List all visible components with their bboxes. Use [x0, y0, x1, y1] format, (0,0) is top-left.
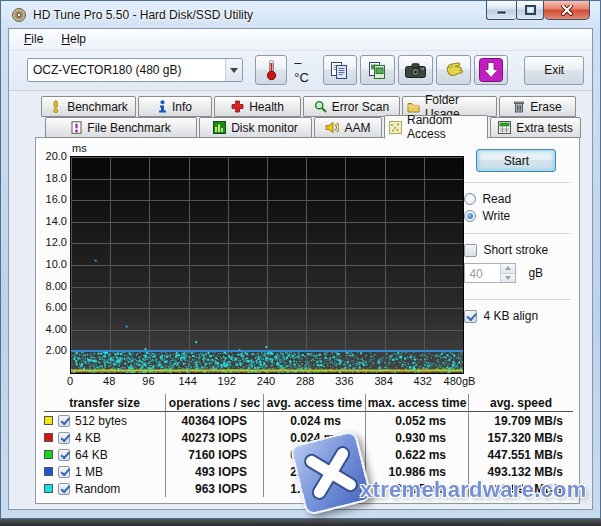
tab-file-benchmark[interactable]: File Benchmark	[45, 117, 197, 138]
max-access-value: 10.986 ms	[366, 463, 469, 480]
align-label: 4 KB align	[483, 309, 538, 323]
series-color-swatch	[44, 433, 53, 442]
minimize-button[interactable]	[486, 1, 516, 20]
series-color-swatch	[44, 416, 53, 425]
menu-bar: File Help	[9, 29, 592, 51]
ops-value: 7160 IOPS	[166, 446, 264, 463]
spinner-up[interactable]	[501, 264, 515, 274]
copy-icon	[330, 61, 349, 80]
row-checkbox[interactable]	[58, 449, 70, 461]
read-option[interactable]: Read	[464, 192, 571, 206]
chart-block: ms 20.0 18.0 16.0 14.0 12.0 10.0 8.00 6.…	[44, 144, 460, 390]
tab-label: Disk monitor	[231, 121, 298, 135]
read-radio[interactable]	[464, 193, 476, 205]
exit-button[interactable]: Exit	[524, 56, 584, 85]
drive-select[interactable]: OCZ-VECTOR180 (480 gB)	[27, 58, 243, 82]
copy-text-button[interactable]	[323, 55, 358, 85]
folder-icon	[407, 101, 420, 113]
window-frame: HD Tune Pro 5.50 - Hard Disk/SSD Utility…	[0, 0, 601, 519]
max-access-value: 0.622 ms	[366, 446, 469, 463]
tab-disk-monitor[interactable]: Disk monitor	[199, 117, 312, 138]
random-access-icon	[389, 121, 402, 134]
avg-access-value: 1.037 ms	[264, 480, 366, 497]
menu-file[interactable]: File	[15, 29, 52, 49]
table-row-random: Random 963 IOPS 1.037 ms 3.495 ms 489.99…	[44, 480, 571, 497]
y-tick-label: 8.00	[46, 280, 67, 292]
tab-info[interactable]: Info	[138, 96, 212, 117]
tab-label: Random Access	[407, 113, 483, 141]
header-transfer-size: transfer size	[44, 394, 166, 412]
close-button[interactable]	[544, 1, 590, 20]
tab-random-access[interactable]: Random Access	[384, 115, 488, 139]
info-icon	[158, 100, 167, 113]
row-label: 64 KB	[75, 448, 108, 462]
menu-help[interactable]: Help	[52, 29, 95, 49]
tab-erase[interactable]: Erase	[499, 96, 576, 117]
spinner-down[interactable]	[501, 274, 515, 283]
x-tick-label: 144	[178, 375, 196, 387]
menu-help-rest: elp	[70, 32, 86, 46]
tab-benchmark[interactable]: Benchmark	[41, 96, 136, 117]
max-access-value: 0.930 ms	[366, 429, 469, 446]
row-checkbox[interactable]	[58, 415, 70, 427]
update-button[interactable]	[474, 55, 509, 85]
row-checkbox[interactable]	[58, 483, 70, 495]
y-tick-label: 12.0	[46, 236, 67, 248]
short-stroke-checkbox[interactable]	[464, 244, 477, 257]
copy-image-button[interactable]	[360, 55, 395, 85]
table-row-4-kb: 4 KB 40273 IOPS 0.024 ms 0.930 ms 157.32…	[44, 429, 571, 446]
table-header-row: transfer size operations / sec avg. acce…	[44, 394, 571, 412]
max-access-value: 3.495 ms	[366, 480, 469, 497]
tab-row-1: Benchmark Info Health Error Scan	[41, 96, 592, 117]
tab-aam[interactable]: AAM	[314, 117, 382, 138]
row-checkbox[interactable]	[58, 466, 70, 478]
y-tick-label: 16.0	[46, 193, 67, 205]
header-avg-access: avg. access time	[264, 394, 366, 412]
x-tick-label: 432	[414, 375, 432, 387]
separator	[462, 182, 571, 183]
short-stroke-option[interactable]: Short stroke	[464, 243, 571, 257]
screenshot-button[interactable]	[398, 55, 433, 85]
tab-label: AAM	[344, 121, 370, 135]
short-stroke-unit: gB	[528, 266, 543, 280]
maximize-button[interactable]	[516, 1, 544, 20]
ops-value: 963 IOPS	[166, 480, 264, 497]
y-tick-label: 2.00	[46, 344, 67, 356]
tab-label: File Benchmark	[87, 121, 170, 135]
tab-health[interactable]: Health	[214, 96, 301, 117]
tab-error-scan[interactable]: Error Scan	[303, 96, 400, 117]
row-checkbox[interactable]	[58, 432, 70, 444]
short-stroke-size-input[interactable]: 40	[464, 263, 516, 283]
start-button[interactable]: Start	[476, 149, 556, 172]
read-label: Read	[482, 192, 511, 206]
donate-button[interactable]	[436, 55, 471, 85]
x-axis-labels: 0 48 96 144 192 240 288 336 384 432 480g…	[70, 375, 462, 389]
copy-image-icon	[368, 61, 387, 80]
spinner-buttons[interactable]	[500, 264, 515, 282]
series-color-swatch	[44, 450, 53, 459]
row-label: 512 bytes	[75, 414, 127, 428]
drive-select-arrow[interactable]	[225, 59, 242, 81]
avg-speed-value: 19.709 MB/s	[469, 412, 573, 429]
download-arrow-icon	[479, 58, 503, 82]
max-access-value: 0.052 ms	[366, 412, 469, 429]
separator	[462, 299, 571, 300]
temperature-button[interactable]	[255, 55, 287, 85]
short-stroke-size-row: 40 gB	[464, 263, 571, 283]
write-radio[interactable]	[464, 210, 476, 222]
x-tick-label: 336	[335, 375, 353, 387]
write-option[interactable]: Write	[464, 209, 571, 223]
separator	[462, 233, 571, 234]
row-label: 1 MB	[75, 465, 103, 479]
caption-buttons	[486, 1, 590, 20]
app-icon	[11, 7, 27, 23]
tab-extra-tests[interactable]: Extra tests	[490, 117, 581, 138]
y-tick-label: 18.0	[46, 172, 67, 184]
toolbar: OCZ-VECTOR180 (480 gB) – °C	[9, 51, 592, 91]
x-tick-label: 192	[218, 375, 236, 387]
x-tick-label: 288	[296, 375, 314, 387]
titlebar[interactable]: HD Tune Pro 5.50 - Hard Disk/SSD Utility	[1, 1, 600, 28]
align-checkbox[interactable]	[464, 310, 477, 323]
header-max-access: max. access time	[366, 394, 469, 412]
align-option[interactable]: 4 KB align	[464, 309, 571, 323]
